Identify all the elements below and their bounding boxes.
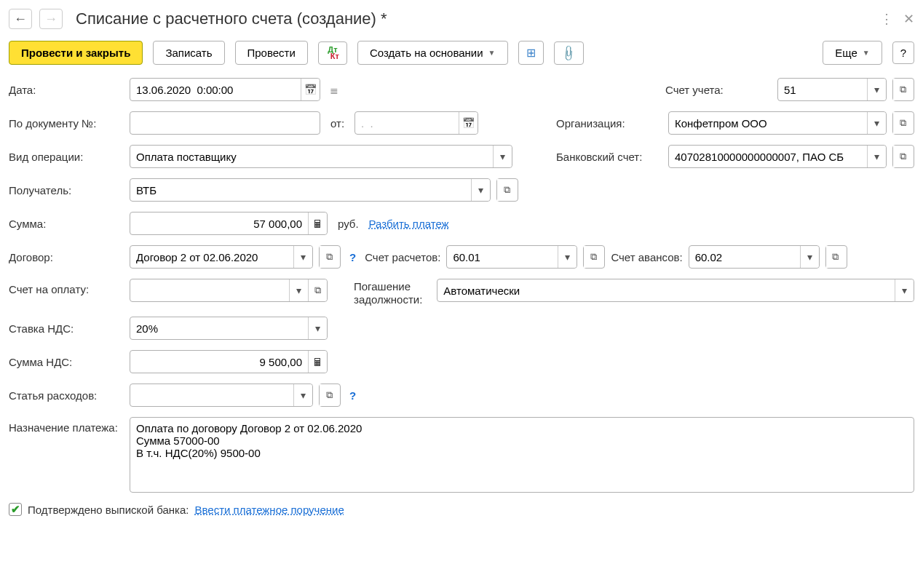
contract-label: Договор: xyxy=(9,251,124,263)
invoice-dropdown[interactable]: ▾ xyxy=(289,279,308,301)
op-type-label: Вид операции: xyxy=(9,151,124,163)
post-and-close-button[interactable]: Провести и закрыть xyxy=(9,41,143,65)
advance-acc-expand-button[interactable]: ⧉ xyxy=(826,246,845,268)
debt-repay-dropdown[interactable]: ▾ xyxy=(895,279,914,301)
date-input[interactable] xyxy=(130,79,301,100)
from-label: от: xyxy=(326,117,349,130)
settle-acc-label: Счет расчетов: xyxy=(365,251,440,263)
payee-dropdown[interactable]: ▾ xyxy=(471,179,490,201)
debt-repay-label-2: задолжности: xyxy=(354,293,422,306)
amount-input[interactable] xyxy=(130,212,308,234)
payee-label: Получатель: xyxy=(9,184,124,196)
page-title: Списание с расчетного счета (создание) * xyxy=(76,9,873,28)
debt-repay-label-1: Погашение xyxy=(354,280,422,293)
calendar-icon xyxy=(462,117,475,129)
doc-no-label: По документу №: xyxy=(9,117,124,130)
post-button[interactable]: Провести xyxy=(235,41,308,65)
chevron-down-icon: ▼ xyxy=(488,49,496,57)
vat-sum-input[interactable] xyxy=(130,351,308,373)
expense-input[interactable] xyxy=(130,384,293,406)
expense-expand-button[interactable]: ⧉ xyxy=(320,384,338,406)
invoice-label: Счет на оплату: xyxy=(9,279,124,295)
vat-sum-calc-button[interactable] xyxy=(308,351,327,373)
structure-button[interactable]: ⊞ xyxy=(518,41,544,65)
from-date-input[interactable] xyxy=(355,112,459,134)
amount-calc-button[interactable] xyxy=(308,212,327,234)
vat-rate-dropdown[interactable]: ▾ xyxy=(308,317,327,339)
chevron-down-icon: ▼ xyxy=(863,49,870,57)
list-icon-button[interactable] xyxy=(326,84,342,96)
advance-acc-input[interactable] xyxy=(689,246,800,268)
expense-label: Статья расходов: xyxy=(9,389,124,402)
bank-acc-expand-button[interactable]: ⧉ xyxy=(893,146,912,167)
menu-icon[interactable] xyxy=(880,11,893,27)
confirmed-checkbox[interactable]: ✔ xyxy=(9,503,22,516)
account-label: Счет учета: xyxy=(665,84,772,96)
create-based-on-button[interactable]: Создать на основании▼ xyxy=(357,41,508,65)
invoice-input[interactable] xyxy=(130,279,289,301)
save-button[interactable]: Записать xyxy=(153,41,224,65)
date-label: Дата: xyxy=(9,84,124,96)
account-expand-button[interactable]: ⧉ xyxy=(893,79,912,100)
confirmed-label: Подтверждено выпиской банка: xyxy=(28,504,189,516)
list-icon xyxy=(330,84,338,96)
structure-icon: ⊞ xyxy=(526,46,536,60)
purpose-textarea[interactable] xyxy=(130,417,914,493)
doc-no-input[interactable] xyxy=(130,112,320,134)
enter-payment-order-link[interactable]: Ввести платежное поручение xyxy=(194,504,344,516)
purpose-label: Назначение платежа: xyxy=(9,417,124,434)
from-calendar-button[interactable] xyxy=(459,112,478,134)
settle-acc-dropdown[interactable]: ▾ xyxy=(558,246,577,268)
nav-forward-button: → xyxy=(39,9,63,29)
contract-input[interactable] xyxy=(130,246,293,268)
advance-acc-dropdown[interactable]: ▾ xyxy=(800,246,819,268)
bank-acc-label: Банковский счет: xyxy=(556,151,662,163)
contract-hint[interactable]: ? xyxy=(346,251,359,263)
payee-input[interactable] xyxy=(130,179,471,201)
settle-acc-input[interactable] xyxy=(447,246,558,268)
account-dropdown[interactable]: ▾ xyxy=(867,79,886,100)
split-payment-link[interactable]: Разбить платеж xyxy=(369,218,449,230)
calculator-icon xyxy=(312,356,323,368)
expense-dropdown[interactable]: ▾ xyxy=(293,384,312,406)
contract-expand-button[interactable]: ⧉ xyxy=(320,246,338,268)
dtkt-button[interactable]: ДтКт xyxy=(318,41,347,65)
invoice-expand-button[interactable]: ⧉ xyxy=(308,279,327,301)
attachments-button[interactable]: 📎 xyxy=(554,41,584,65)
paperclip-icon: 📎 xyxy=(559,43,578,62)
nav-back-button[interactable]: ← xyxy=(9,9,32,29)
op-type-input[interactable] xyxy=(130,146,493,167)
calendar-icon xyxy=(304,84,317,95)
expense-hint[interactable]: ? xyxy=(346,389,359,402)
org-label: Организация: xyxy=(556,117,662,130)
more-button[interactable]: Еще▼ xyxy=(823,41,882,65)
calculator-icon xyxy=(312,218,323,230)
settle-acc-expand-button[interactable]: ⧉ xyxy=(584,246,603,268)
bank-acc-dropdown[interactable]: ▾ xyxy=(867,146,886,167)
contract-dropdown[interactable]: ▾ xyxy=(293,246,312,268)
amount-label: Сумма: xyxy=(9,218,124,230)
vat-rate-input[interactable] xyxy=(130,317,308,339)
payee-expand-button[interactable]: ⧉ xyxy=(497,179,516,201)
vat-rate-label: Ставка НДС: xyxy=(9,322,124,335)
debt-repay-input[interactable] xyxy=(437,279,895,301)
org-input[interactable] xyxy=(669,112,867,134)
help-button[interactable]: ? xyxy=(892,41,914,64)
vat-sum-label: Сумма НДС: xyxy=(9,356,124,368)
close-icon[interactable]: ✕ xyxy=(903,11,914,27)
org-expand-button[interactable]: ⧉ xyxy=(893,112,912,134)
calendar-button[interactable] xyxy=(301,79,320,100)
currency-label: руб. xyxy=(333,218,363,230)
org-dropdown[interactable]: ▾ xyxy=(867,112,886,134)
advance-acc-label: Счет авансов: xyxy=(611,251,682,263)
account-input[interactable] xyxy=(778,79,867,100)
bank-acc-input[interactable] xyxy=(669,146,867,167)
op-type-dropdown[interactable]: ▾ xyxy=(493,146,512,167)
